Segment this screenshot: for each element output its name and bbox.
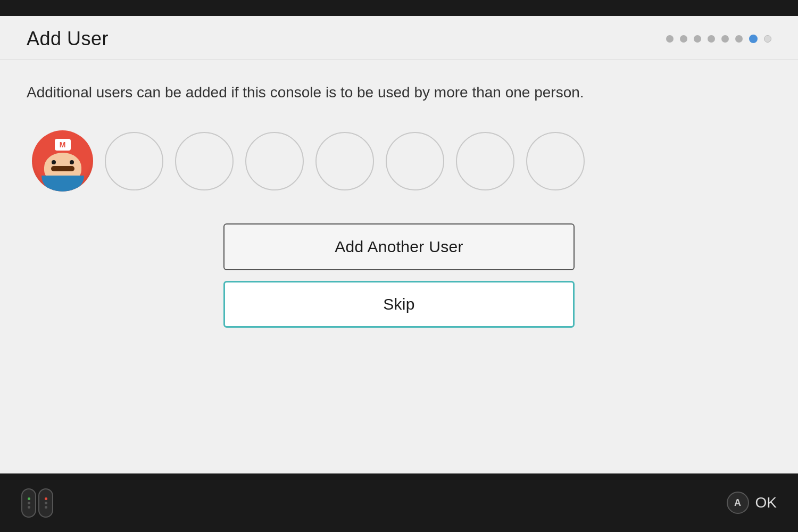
user-slot-8: [526, 132, 585, 190]
ok-button[interactable]: A OK: [727, 492, 777, 514]
user-slot-4: [245, 132, 304, 190]
jc-dot-red: [45, 497, 47, 500]
mario-eye-right: [70, 160, 74, 164]
top-bar: [0, 0, 798, 16]
bottom-bar: A OK: [0, 473, 798, 532]
mario-eye-left: [52, 160, 56, 164]
jc-dot-green: [28, 497, 30, 500]
dot-7-active: [749, 35, 758, 43]
mario-avatar: M: [32, 130, 93, 192]
user-slots: M: [32, 130, 771, 192]
skip-button[interactable]: Skip: [223, 281, 575, 328]
main-content: Add User Additional users can be added i…: [0, 16, 798, 473]
page-title: Add User: [27, 28, 109, 50]
user-slot-5: [315, 132, 374, 190]
jc-dot-4: [45, 506, 47, 509]
mario-m-badge: M: [55, 139, 71, 151]
joy-con-icon: [21, 488, 53, 518]
description-text: Additional users can be added if this co…: [27, 81, 612, 104]
joy-con-left: [21, 488, 36, 518]
header: Add User: [0, 16, 798, 60]
add-another-user-button[interactable]: Add Another User: [223, 223, 575, 270]
user-slot-7: [456, 132, 514, 190]
jc-dot-2: [28, 506, 30, 509]
buttons-area: Add Another User Skip: [27, 223, 771, 328]
dot-8: [764, 35, 771, 43]
user-slot-6: [386, 132, 444, 190]
ok-label: OK: [755, 494, 777, 511]
jc-dot-1: [28, 502, 30, 504]
jc-dot-3: [45, 502, 47, 504]
user-slot-2: [105, 132, 163, 190]
dot-2: [680, 35, 687, 43]
dot-6: [735, 35, 743, 43]
mario-overalls: [41, 176, 84, 192]
mario-mustache: [51, 166, 74, 171]
joy-con-right: [38, 488, 53, 518]
dot-5: [721, 35, 729, 43]
dot-3: [694, 35, 701, 43]
dot-1: [666, 35, 674, 43]
dot-4: [708, 35, 715, 43]
a-button: A: [727, 492, 749, 514]
content-area: Additional users can be added if this co…: [0, 60, 798, 473]
step-dots: [666, 35, 771, 43]
user-slot-3: [175, 132, 234, 190]
